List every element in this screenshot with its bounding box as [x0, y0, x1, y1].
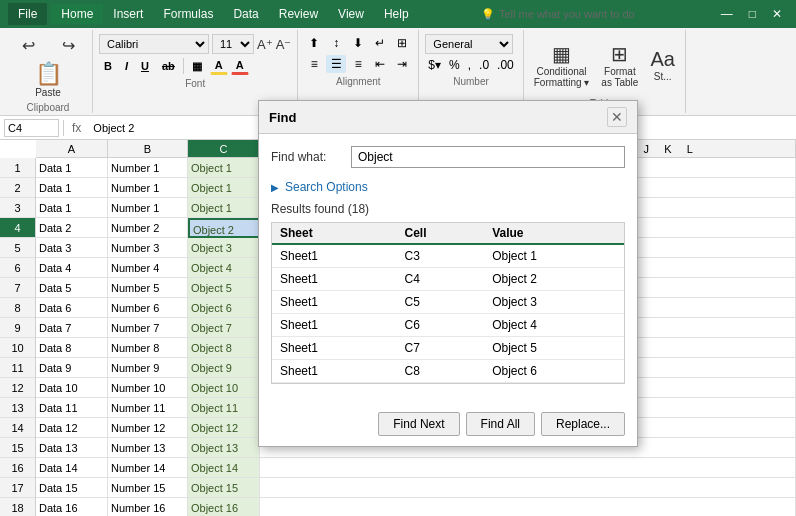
col-header-C[interactable]: C [188, 140, 260, 157]
tell-me-bar[interactable]: 💡 Tell me what you want to do [481, 8, 635, 21]
data-tab-btn[interactable]: Data [223, 4, 268, 24]
row-num-10[interactable]: 10 [0, 338, 35, 358]
cell-C15[interactable]: Object 13 [188, 438, 260, 458]
formulas-tab-btn[interactable]: Formulas [153, 4, 223, 24]
cell-C18[interactable]: Object 16 [188, 498, 260, 516]
cell-reference-input[interactable]: C4 [4, 119, 59, 137]
list-item[interactable]: Sheet1C4Object 2 [272, 268, 624, 291]
cell-C16[interactable]: Object 14 [188, 458, 260, 478]
replace-btn[interactable]: Replace... [541, 412, 625, 436]
row-num-15[interactable]: 15 [0, 438, 35, 458]
review-tab-btn[interactable]: Review [269, 4, 328, 24]
list-item[interactable]: Sheet1C6Object 4 [272, 314, 624, 337]
find-next-btn[interactable]: Find Next [378, 412, 459, 436]
undo-button[interactable]: ↩ [10, 34, 46, 57]
cell-B12[interactable]: Number 10 [108, 378, 188, 398]
indent-decrease-btn[interactable]: ⇤ [370, 55, 390, 73]
file-tab[interactable]: File [8, 3, 47, 25]
list-item[interactable]: Sheet1C7Object 5 [272, 337, 624, 360]
cell-C12[interactable]: Object 10 [188, 378, 260, 398]
cell-C14[interactable]: Object 12 [188, 418, 260, 438]
row-num-7[interactable]: 7 [0, 278, 35, 298]
cell-A4[interactable]: Data 2 [36, 218, 108, 238]
cell-rest-16[interactable] [260, 458, 796, 478]
insert-tab-btn[interactable]: Insert [103, 4, 153, 24]
cell-B17[interactable]: Number 15 [108, 478, 188, 498]
paste-button[interactable]: 📋 Paste [30, 59, 67, 100]
cell-A17[interactable]: Data 15 [36, 478, 108, 498]
cell-A11[interactable]: Data 9 [36, 358, 108, 378]
row-num-13[interactable]: 13 [0, 398, 35, 418]
row-num-17[interactable]: 17 [0, 478, 35, 498]
redo-button[interactable]: ↪ [50, 34, 86, 57]
align-bottom-btn[interactable]: ⬇ [348, 34, 368, 52]
find-all-btn[interactable]: Find All [466, 412, 535, 436]
cell-A8[interactable]: Data 6 [36, 298, 108, 318]
align-middle-btn[interactable]: ↕ [326, 34, 346, 52]
cell-B5[interactable]: Number 3 [108, 238, 188, 258]
align-left-btn[interactable]: ≡ [304, 55, 324, 73]
view-tab-btn[interactable]: View [328, 4, 374, 24]
help-tab-btn[interactable]: Help [374, 4, 419, 24]
cell-A6[interactable]: Data 4 [36, 258, 108, 278]
comma-btn[interactable]: , [465, 57, 474, 73]
cell-C3[interactable]: Object 1 [188, 198, 260, 218]
cell-C5[interactable]: Object 3 [188, 238, 260, 258]
cell-B9[interactable]: Number 7 [108, 318, 188, 338]
font-color-button[interactable]: A [231, 57, 249, 75]
maximize-btn[interactable]: □ [743, 7, 762, 21]
row-num-14[interactable]: 14 [0, 418, 35, 438]
cell-C1[interactable]: Object 1 [188, 158, 260, 178]
underline-button[interactable]: U [136, 58, 154, 74]
row-num-3[interactable]: 3 [0, 198, 35, 218]
wrap-text-btn[interactable]: ↵ [370, 34, 390, 52]
row-num-18[interactable]: 18 [0, 498, 35, 516]
font-size-select[interactable]: 11 [212, 34, 254, 54]
cell-B3[interactable]: Number 1 [108, 198, 188, 218]
align-center-btn[interactable]: ☰ [326, 55, 346, 73]
cell-A2[interactable]: Data 1 [36, 178, 108, 198]
cell-B18[interactable]: Number 16 [108, 498, 188, 516]
row-num-16[interactable]: 16 [0, 458, 35, 478]
cell-A13[interactable]: Data 11 [36, 398, 108, 418]
row-num-8[interactable]: 8 [0, 298, 35, 318]
cell-A12[interactable]: Data 10 [36, 378, 108, 398]
cell-B10[interactable]: Number 8 [108, 338, 188, 358]
cell-C17[interactable]: Object 15 [188, 478, 260, 498]
cell-B14[interactable]: Number 12 [108, 418, 188, 438]
fill-color-button[interactable]: A [210, 57, 228, 75]
cell-A1[interactable]: Data 1 [36, 158, 108, 178]
merge-btn[interactable]: ⊞ [392, 34, 412, 52]
cell-A10[interactable]: Data 8 [36, 338, 108, 358]
bold-button[interactable]: B [99, 58, 117, 74]
cell-A5[interactable]: Data 3 [36, 238, 108, 258]
cell-C10[interactable]: Object 8 [188, 338, 260, 358]
list-item[interactable]: Sheet1C3Object 1 [272, 244, 624, 268]
cell-C4[interactable]: Object 2 [188, 218, 260, 238]
indent-increase-btn[interactable]: ⇥ [392, 55, 412, 73]
decrease-decimal-btn[interactable]: .0 [476, 57, 492, 73]
cell-C7[interactable]: Object 5 [188, 278, 260, 298]
cell-C2[interactable]: Object 1 [188, 178, 260, 198]
increase-decimal-btn[interactable]: .00 [494, 57, 517, 73]
cell-C9[interactable]: Object 7 [188, 318, 260, 338]
cell-B11[interactable]: Number 9 [108, 358, 188, 378]
cell-B2[interactable]: Number 1 [108, 178, 188, 198]
row-num-9[interactable]: 9 [0, 318, 35, 338]
cell-A14[interactable]: Data 12 [36, 418, 108, 438]
row-num-1[interactable]: 1 [0, 158, 35, 178]
row-num-11[interactable]: 11 [0, 358, 35, 378]
cell-A3[interactable]: Data 1 [36, 198, 108, 218]
increase-font-btn[interactable]: A⁺ [257, 37, 273, 52]
row-num-6[interactable]: 6 [0, 258, 35, 278]
italic-button[interactable]: I [120, 58, 133, 74]
cell-B8[interactable]: Number 6 [108, 298, 188, 318]
cell-B4[interactable]: Number 2 [108, 218, 188, 238]
align-top-btn[interactable]: ⬆ [304, 34, 324, 52]
cell-C11[interactable]: Object 9 [188, 358, 260, 378]
cell-A15[interactable]: Data 13 [36, 438, 108, 458]
percent-btn[interactable]: % [446, 57, 463, 73]
cell-C6[interactable]: Object 4 [188, 258, 260, 278]
cell-B16[interactable]: Number 14 [108, 458, 188, 478]
number-format-select[interactable]: General [425, 34, 513, 54]
